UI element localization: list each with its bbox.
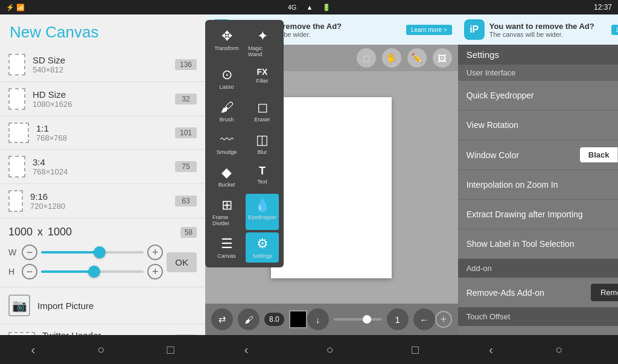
settings-ad-sub: The canvas will be wider. (489, 31, 607, 38)
text-icon: T (259, 165, 266, 177)
add-button[interactable]: + (435, 311, 452, 328)
ad-learn-button[interactable]: Learn more > (406, 25, 452, 35)
item-badge: 63 (175, 196, 197, 206)
layers-button[interactable]: 1 (387, 308, 409, 330)
import-label: Import Picture (37, 301, 94, 311)
canvas-size-list: SD Size 540×812 136 HD Size 1080×1626 32… (0, 48, 205, 335)
settings-ad-learn-button[interactable]: Learn more > (611, 25, 618, 35)
tool-lasso[interactable]: ⊙ Lasso (210, 63, 243, 94)
tool-bucket[interactable]: ◆ Bucket (210, 161, 243, 191)
brush-size-display[interactable]: 8.0 (264, 313, 284, 326)
tool-canvas[interactable]: ☰ Canvas (210, 232, 243, 263)
item-size: 768×1024 (33, 167, 168, 176)
tool-eyedropper[interactable]: 💧 Eyedropper (246, 194, 279, 230)
size-thumbnail (8, 123, 29, 143)
tool-filter[interactable]: FX Filter (246, 63, 279, 94)
bottom-left: ⇄ 🖌 8.0 (211, 308, 307, 330)
item-info: HD Size 1080×1626 (33, 89, 168, 109)
filter-icon: FX (257, 67, 268, 77)
interpolation-row: Interpolation on Zoom In (458, 170, 618, 200)
tool-brush-label: Brush (220, 117, 234, 123)
custom-badge: 58 (180, 227, 197, 238)
list-item[interactable]: HD Size 1080×1626 32 (0, 82, 205, 117)
canvas-surface[interactable] (271, 97, 392, 278)
item-size: 540×812 (33, 65, 168, 74)
home-button-3[interactable]: ○ (546, 338, 572, 362)
main-panels: New Canvas SD Size 540×812 136 HD Size 1… (0, 14, 618, 364)
item-name: 9:16 (30, 191, 168, 202)
back-arrow-button[interactable]: ← (413, 308, 435, 330)
home-button-2[interactable]: ○ (317, 338, 343, 362)
tool-smudge[interactable]: 〰 Smudge (210, 129, 243, 159)
tool-text[interactable]: T Text (246, 161, 279, 191)
tool-switcher-button[interactable]: ⇄ (211, 308, 233, 330)
eraser-icon: ◻ (257, 100, 268, 115)
item-info: SD Size 540×812 (33, 55, 168, 74)
interpolation-label: Interpolation on Zoom In (467, 180, 618, 190)
list-item[interactable]: 3:4 768×1024 75 (0, 150, 205, 184)
download-button[interactable]: ↓ (307, 308, 329, 330)
ad-banner-settings: iP You want to remove the Ad? The canvas… (458, 14, 618, 45)
zoom-thumb[interactable] (363, 315, 371, 324)
settings-ad-text: You want to remove the Ad? The canvas wi… (489, 22, 607, 38)
item-size: 768×768 (36, 133, 168, 142)
height-slider-thumb[interactable] (88, 266, 100, 278)
settings-title: Settings (458, 45, 618, 65)
twitter-header-item[interactable]: Twitter Header 1500×500 79 (0, 324, 205, 335)
recents-button-3[interactable]: □ (615, 338, 618, 362)
tool-frame-divider[interactable]: ⊞ Frame Divider (210, 194, 243, 230)
width-slider-thumb[interactable] (94, 246, 106, 258)
wifi-icon: ▲ (306, 4, 313, 11)
list-item[interactable]: SD Size 540×812 136 (0, 48, 205, 82)
status-right: 12:37 (594, 3, 612, 11)
smudge-icon: 〰 (220, 132, 234, 148)
panel3-nav: ‹ ○ □ (458, 335, 618, 364)
color-swatch[interactable] (289, 310, 307, 328)
custom-dims-display: 1000 x 1000 58 (8, 226, 197, 238)
width-slider[interactable] (41, 251, 144, 254)
list-item[interactable]: 9:16 720×1280 63 (0, 184, 205, 219)
size-thumbnail (8, 156, 25, 177)
tool-blur[interactable]: ◫ Blur (246, 129, 279, 159)
drawing-canvas-area[interactable]: ✥ Transform ✦ Magic Wand ⊙ Lasso FX Filt… (205, 71, 458, 304)
blur-icon: ◫ (256, 132, 269, 148)
tool-transform[interactable]: ✥ Transform (210, 25, 243, 61)
tool-magic-wand[interactable]: ✦ Magic Wand (246, 25, 279, 61)
back-button-2[interactable]: ‹ (235, 338, 258, 362)
window-color-black-button[interactable]: Black (580, 147, 618, 162)
brush-icon: 🖌 (220, 100, 234, 115)
tool-eraser-label: Eraser (254, 117, 270, 123)
import-picture-item[interactable]: 📷 Import Picture (0, 287, 205, 324)
tool-brush[interactable]: 🖌 Brush (210, 96, 243, 126)
canvas-icon: ☰ (221, 236, 233, 252)
drawing-panel: iP You want to remove the Ad? The canvas… (205, 14, 458, 364)
width-slider-fill (41, 251, 98, 254)
tool-eraser[interactable]: ◻ Eraser (246, 96, 279, 126)
canvas-panel-title: New Canvas (10, 23, 196, 42)
brush-button[interactable]: 🖌 (238, 308, 260, 330)
zoom-slider[interactable] (334, 318, 382, 321)
settings-ad-logo: iP (464, 19, 485, 40)
recents-button[interactable]: □ (157, 338, 183, 362)
recents-button-2[interactable]: □ (402, 338, 428, 362)
new-canvas-panel: New Canvas SD Size 540×812 136 HD Size 1… (0, 14, 205, 364)
toolbar-right-icons: ⬚ ✋ ✏️ 🖼 (357, 48, 452, 68)
selection-icon[interactable]: ⬚ (357, 48, 376, 68)
back-button-3[interactable]: ‹ (479, 338, 503, 362)
hand-icon[interactable]: ✋ (382, 48, 401, 68)
twitter-name: Twitter Header (42, 330, 168, 335)
home-button[interactable]: ○ (88, 338, 114, 362)
pen-icon[interactable]: ✏️ (407, 48, 427, 68)
tool-settings[interactable]: ⚙ Settings (246, 232, 279, 263)
width-decrease-button[interactable]: − (22, 244, 37, 260)
remove-ads-button[interactable]: Remove Ads (591, 284, 618, 301)
width-increase-button[interactable]: + (147, 244, 163, 260)
item-badge: 136 (175, 59, 197, 70)
height-decrease-button[interactable]: − (22, 264, 37, 279)
list-item[interactable]: 1:1 768×768 101 (0, 117, 205, 150)
height-slider[interactable] (41, 270, 144, 273)
ok-button[interactable]: OK (167, 252, 197, 272)
height-increase-button[interactable]: + (147, 264, 163, 279)
back-button[interactable]: ‹ (22, 338, 45, 362)
image-icon[interactable]: 🖼 (433, 48, 452, 68)
